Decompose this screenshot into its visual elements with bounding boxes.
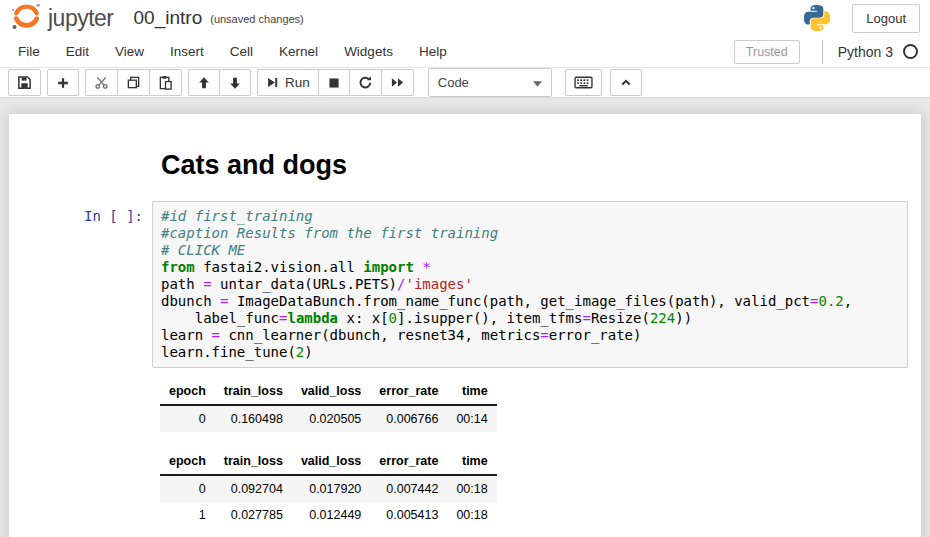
- table-cell: 0.005413: [370, 502, 447, 528]
- column-header: error_rate: [370, 378, 447, 405]
- kernel-idle-icon: [903, 44, 918, 59]
- interrupt-kernel-button[interactable]: [318, 69, 349, 96]
- table-cell: 0.160498: [215, 405, 292, 432]
- menu-item-insert[interactable]: Insert: [157, 36, 217, 67]
- move-cell-up-button[interactable]: [188, 69, 219, 96]
- menu-item-cell[interactable]: Cell: [217, 36, 266, 67]
- insert-cell-button[interactable]: [47, 69, 79, 96]
- refresh-icon: [358, 75, 373, 90]
- move-cell-down-button[interactable]: [219, 69, 251, 96]
- jupyter-logo-text: jupyter: [48, 5, 114, 32]
- table-cell: 00:18: [447, 475, 496, 502]
- menu-item-kernel[interactable]: Kernel: [266, 36, 331, 67]
- toolbar: Run Code: [0, 68, 930, 97]
- save-button[interactable]: [8, 69, 41, 96]
- code-line: learn = cnn_learner(dbunch, resnet34, me…: [161, 327, 899, 344]
- page-title: Cats and dogs: [152, 150, 908, 181]
- jupyter-logo[interactable]: jupyter: [10, 0, 114, 36]
- cut-button[interactable]: [85, 69, 117, 96]
- menu-item-help[interactable]: Help: [406, 36, 460, 67]
- training-table: epochtrain_lossvalid_losserror_ratetime0…: [160, 378, 497, 432]
- cell-type-select[interactable]: Code: [428, 68, 552, 97]
- menu-item-view[interactable]: View: [102, 36, 157, 67]
- menubar-right: Trusted Python 3: [734, 40, 918, 64]
- training-table: epochtrain_lossvalid_losserror_ratetime0…: [160, 448, 497, 528]
- menu-item-file[interactable]: File: [5, 36, 53, 67]
- kernel-name: Python 3: [838, 44, 893, 60]
- run-button[interactable]: Run: [257, 69, 318, 96]
- column-header: time: [447, 448, 496, 475]
- step-forward-icon: [266, 76, 279, 89]
- table-cell: 0.007442: [370, 475, 447, 502]
- python-logo-icon: [802, 3, 832, 33]
- menu-item-edit[interactable]: Edit: [53, 36, 102, 67]
- table-cell: 0: [160, 475, 215, 502]
- notebook-container: Cats and dogs In [ ]: #id first_training…: [9, 114, 921, 537]
- move-group: [188, 69, 251, 96]
- code-line: label_func=lambda x: x[0].isupper(), ite…: [161, 310, 899, 327]
- column-header: valid_loss: [292, 448, 370, 475]
- table-cell: 1: [160, 502, 215, 528]
- table-cell: 0.020505: [292, 405, 370, 432]
- markdown-cell-prompt: [9, 138, 152, 145]
- column-header: epoch: [160, 378, 215, 405]
- table-row: 00.0927040.0179200.00744200:18: [160, 475, 497, 502]
- output-area: epochtrain_lossvalid_losserror_ratetime0…: [160, 378, 908, 528]
- column-header: epoch: [160, 448, 215, 475]
- fast-forward-icon: [390, 75, 405, 90]
- restart-kernel-button[interactable]: [349, 69, 381, 96]
- table-row: 10.0277850.0124490.00541300:18: [160, 502, 497, 528]
- table-cell: 0.027785: [215, 502, 292, 528]
- table-cell: 00:18: [447, 502, 496, 528]
- logout-button[interactable]: Logout: [852, 4, 920, 33]
- trusted-badge[interactable]: Trusted: [734, 40, 800, 64]
- menu-item-widgets[interactable]: Widgets: [331, 36, 406, 67]
- code-input[interactable]: #id first_training#caption Results from …: [152, 201, 908, 368]
- code-line: dbunch = ImageDataBunch.from_name_func(p…: [161, 293, 899, 310]
- table-cell: 00:14: [447, 405, 496, 432]
- scissors-icon: [94, 75, 109, 90]
- menu-items: FileEditViewInsertCellKernelWidgetsHelp: [5, 36, 460, 67]
- table-cell: 0.012449: [292, 502, 370, 528]
- code-cell: In [ ]: #id first_training#caption Resul…: [9, 201, 921, 368]
- column-header: time: [447, 378, 496, 405]
- code-line: path = untar_data(URLs.PETS)/'images': [161, 276, 899, 293]
- plus-icon: [56, 76, 70, 90]
- edit-group: [85, 69, 182, 96]
- code-lines: #id first_training#caption Results from …: [161, 208, 899, 361]
- keyboard-icon: [574, 76, 593, 89]
- column-header: train_loss: [215, 448, 292, 475]
- table-header-row: epochtrain_lossvalid_losserror_ratetime: [160, 448, 497, 475]
- command-palette-button[interactable]: [565, 69, 602, 96]
- table-cell: 0.017920: [292, 475, 370, 502]
- chevron-down-icon: [533, 75, 542, 90]
- kernel-divider: [822, 40, 823, 64]
- header-right: Logout: [802, 3, 920, 33]
- copy-button[interactable]: [117, 69, 149, 96]
- table-cell: 0: [160, 405, 215, 432]
- table-cell: 0.092704: [215, 475, 292, 502]
- paste-button[interactable]: [149, 69, 182, 96]
- notebook-title[interactable]: 00_intro: [134, 7, 203, 29]
- column-header: valid_loss: [292, 378, 370, 405]
- column-header: error_rate: [370, 448, 447, 475]
- restart-run-all-button[interactable]: [381, 69, 414, 96]
- table-cell: 0.006766: [370, 405, 447, 432]
- save-icon: [17, 75, 32, 90]
- menubar: FileEditViewInsertCellKernelWidgetsHelp …: [0, 36, 930, 68]
- column-header: train_loss: [215, 378, 292, 405]
- code-cell-prompt: In [ ]:: [9, 201, 152, 224]
- cell-type-value: Code: [438, 75, 469, 90]
- chevron-up-icon: [619, 76, 633, 89]
- paste-icon: [158, 75, 173, 90]
- code-line: #caption Results from the first training: [161, 225, 899, 242]
- jupyter-notebook-app: jupyter 00_intro (unsaved changes) Logou…: [0, 0, 930, 537]
- markdown-cell[interactable]: Cats and dogs: [9, 138, 921, 201]
- code-line: #id first_training: [161, 208, 899, 225]
- run-group: Run: [257, 69, 414, 96]
- run-label: Run: [285, 75, 310, 90]
- header: jupyter 00_intro (unsaved changes) Logou…: [0, 0, 930, 36]
- toggle-header-button[interactable]: [610, 69, 642, 96]
- code-line: learn.fine_tune(2): [161, 344, 899, 361]
- arrow-up-icon: [197, 76, 211, 90]
